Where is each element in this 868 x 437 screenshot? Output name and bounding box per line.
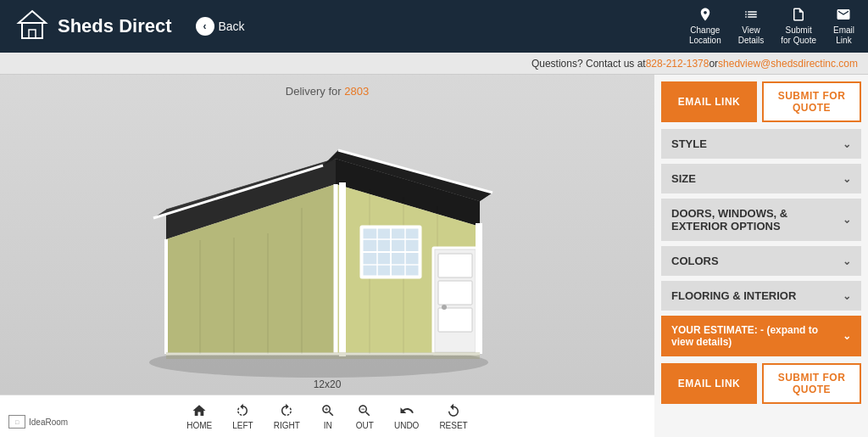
accordion-colors-label: COLORS xyxy=(671,255,719,267)
svg-rect-36 xyxy=(438,281,472,305)
nav-view-details-label: ViewDetails xyxy=(738,25,765,46)
accordion-size[interactable]: SIZE ⌄ xyxy=(661,164,861,193)
shed-logo-icon xyxy=(14,8,51,45)
accordion-size-label: SIZE xyxy=(671,172,696,185)
logo-area: Sheds Direct ‹ Back xyxy=(14,8,245,45)
toolbar-zoom-out[interactable]: OUT xyxy=(356,403,374,430)
toolbar-undo[interactable]: UNDO xyxy=(394,403,419,430)
svg-rect-39 xyxy=(339,182,346,356)
brand-name: Sheds Direct xyxy=(58,15,172,37)
info-text: Questions? Contact us at xyxy=(531,58,646,70)
shed-dimension-label: 12x20 xyxy=(314,378,342,390)
submit-quote-button-bottom[interactable]: SUBMIT FOR QUOTE xyxy=(762,363,861,404)
shed-svg xyxy=(115,91,539,379)
accordion-style-label: STYLE xyxy=(671,137,707,150)
toolbar-zoom-in[interactable]: IN xyxy=(320,403,336,430)
header-nav: ChangeLocation ViewDetails Submitfor Quo… xyxy=(689,7,854,46)
toolbar-reset[interactable]: RESET xyxy=(439,403,467,430)
toolbar-left-label: LEFT xyxy=(232,421,253,430)
back-label: Back xyxy=(219,20,245,33)
svg-marker-0 xyxy=(19,11,46,23)
accordion-flooring-label: FLOORING & INTERIOR xyxy=(671,289,796,302)
header: Sheds Direct ‹ Back ChangeLocation ViewD… xyxy=(0,0,868,53)
svg-rect-40 xyxy=(476,223,482,354)
estimate-label: YOUR ESTIMATE: - (expand to view details… xyxy=(671,324,843,348)
toolbar-in-label: IN xyxy=(324,421,332,430)
main-content: Delivery for 2803 xyxy=(0,75,868,437)
svg-point-38 xyxy=(442,305,447,310)
shed-viewer: Delivery for 2803 xyxy=(0,75,654,437)
svg-rect-41 xyxy=(166,352,480,359)
accordion-flooring-arrow: ⌄ xyxy=(843,290,851,302)
toolbar-home[interactable]: HOME xyxy=(186,403,212,430)
estimate-row[interactable]: YOUR ESTIMATE: - (expand to view details… xyxy=(661,316,861,356)
nav-email-link[interactable]: EmailLink xyxy=(833,7,854,46)
back-button[interactable]: ‹ Back xyxy=(196,17,245,36)
toolbar-undo-label: UNDO xyxy=(394,421,419,430)
accordion-flooring[interactable]: FLOORING & INTERIOR ⌄ xyxy=(661,281,861,311)
toolbar-rotate-right[interactable]: RIGHT xyxy=(274,403,300,430)
accordion-doors-windows-arrow: ⌄ xyxy=(843,214,851,226)
accordion-style-arrow: ⌄ xyxy=(843,138,851,150)
nav-submit-quote[interactable]: Submitfor Quote xyxy=(781,7,816,46)
toolbar-reset-label: RESET xyxy=(439,421,467,430)
nav-submit-quote-label: Submitfor Quote xyxy=(781,25,816,46)
svg-rect-1 xyxy=(22,23,42,38)
nav-change-location-label: ChangeLocation xyxy=(689,25,721,46)
info-phone[interactable]: 828-212-1378 xyxy=(646,58,709,70)
sidebar-top-buttons: EMAIL LINK SUBMIT FOR QUOTE xyxy=(661,81,861,122)
toolbar-rotate-left[interactable]: LEFT xyxy=(232,403,253,430)
accordion-doors-windows[interactable]: DOORS, WINDOWS, & EXTERIOR OPTIONS ⌄ xyxy=(661,199,861,241)
info-email[interactable]: shedview@shedsdirectinc.com xyxy=(718,58,858,70)
accordion-doors-windows-label: DOORS, WINDOWS, & EXTERIOR OPTIONS xyxy=(671,207,843,233)
email-link-button-top[interactable]: EMAIL LINK xyxy=(661,81,757,122)
info-bar: Questions? Contact us at 828-212-1378 or… xyxy=(0,53,868,75)
nav-change-location[interactable]: ChangeLocation xyxy=(689,7,721,46)
toolbar-out-label: OUT xyxy=(356,421,374,430)
shed-3d-container xyxy=(0,75,654,395)
estimate-arrow: ⌄ xyxy=(843,330,851,342)
logo: Sheds Direct xyxy=(14,8,172,45)
idearoom-box-icon: □ xyxy=(8,415,25,429)
accordion-size-arrow: ⌄ xyxy=(843,173,851,185)
accordion-style[interactable]: STYLE ⌄ xyxy=(661,129,861,159)
svg-rect-2 xyxy=(29,30,36,38)
nav-email-link-label: EmailLink xyxy=(833,25,854,46)
info-or: or xyxy=(709,58,718,70)
idearoom-badge: □ IdeaRoom xyxy=(8,415,68,429)
svg-rect-35 xyxy=(438,254,472,277)
svg-rect-37 xyxy=(438,308,472,332)
email-link-button-bottom[interactable]: EMAIL LINK xyxy=(661,363,757,404)
toolbar-right-label: RIGHT xyxy=(274,421,300,430)
sidebar-bottom-buttons: EMAIL LINK SUBMIT FOR QUOTE xyxy=(661,363,861,404)
viewer-toolbar: □ IdeaRoom HOME LEFT RIGHT IN OUT xyxy=(0,395,654,437)
toolbar-home-label: HOME xyxy=(186,421,212,430)
accordion-colors[interactable]: COLORS ⌄ xyxy=(661,246,861,276)
accordion-colors-arrow: ⌄ xyxy=(843,255,851,267)
submit-quote-button-top[interactable]: SUBMIT FOR QUOTE xyxy=(762,81,861,122)
nav-view-details[interactable]: ViewDetails xyxy=(738,7,765,46)
back-circle-icon: ‹ xyxy=(196,17,214,36)
idearoom-label: IdeaRoom xyxy=(29,417,68,427)
sidebar: EMAIL LINK SUBMIT FOR QUOTE STYLE ⌄ SIZE… xyxy=(654,75,868,437)
